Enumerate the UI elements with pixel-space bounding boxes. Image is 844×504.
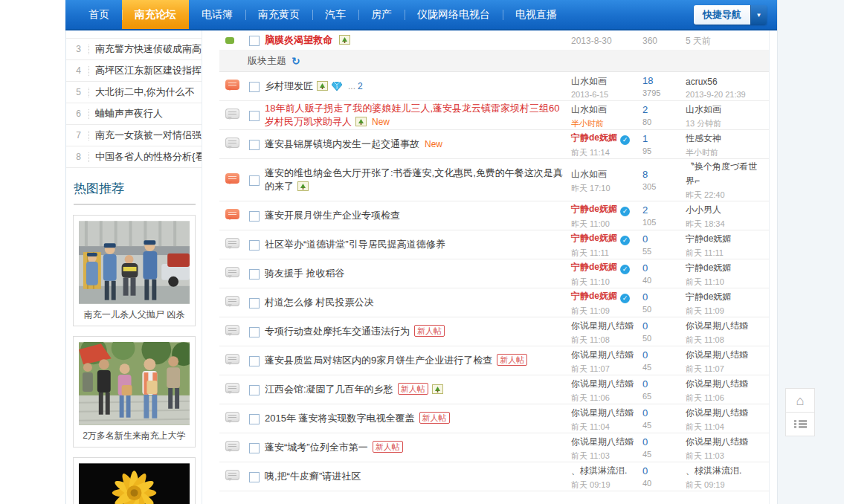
last-post-time[interactable]: 前天 09:19 xyxy=(686,479,764,491)
author-link[interactable]: 你说星期八结婚 xyxy=(571,407,634,418)
thread-checkbox[interactable] xyxy=(249,240,260,251)
thread-title-link[interactable]: 蓬安县锦屏镇境内发生一起交通事故 xyxy=(265,138,419,149)
nav-item[interactable]: 电视直播 xyxy=(503,0,570,29)
author-link[interactable]: 宁静de妩媚 xyxy=(571,233,617,243)
topic-title[interactable]: 高坪区江东新区建设指挥 xyxy=(95,64,202,77)
thread-title-link[interactable]: 咦,把“牛皮癣”请进社区 xyxy=(265,471,361,482)
sidebar-topic-item[interactable]: 3 南充警方快速侦破成南高 xyxy=(66,38,202,59)
last-poster-link[interactable]: 你说星期八结婚 xyxy=(686,407,748,418)
topic-title[interactable]: 南充警方快速侦破成南高 xyxy=(95,42,202,56)
last-poster-link[interactable]: 小小男人 xyxy=(686,204,721,215)
nav-item[interactable]: 首页 xyxy=(76,0,122,29)
thread-checkbox[interactable] xyxy=(249,298,260,308)
thread-title-link[interactable]: 专项行动查处摩托车交通违法行为 xyxy=(265,326,410,337)
refresh-icon[interactable]: ↻ xyxy=(291,55,300,67)
last-poster-link[interactable]: 宁静de妩媚 xyxy=(686,291,731,302)
last-poster-link[interactable]: 你说星期八结婚 xyxy=(686,436,748,447)
sidebar-topic-item[interactable]: 7 南充一女孩被一对情侣强 xyxy=(66,124,202,146)
last-post-time[interactable]: 半小时前 xyxy=(686,147,764,158)
last-poster-link[interactable]: 〝换个角度づ看世界⌐ xyxy=(686,161,757,186)
author-link[interactable]: 你说星期八结婚 xyxy=(571,320,634,331)
thread-title-link[interactable]: 蓬安县质监局对辖区内的9家月饼生产企业进行了检查 xyxy=(265,355,492,366)
last-post-time[interactable]: 前天 11:03 xyxy=(686,450,764,462)
author-link[interactable]: 宁静de妩媚 xyxy=(571,291,617,301)
last-post-time[interactable]: 前天 11:04 xyxy=(686,421,764,433)
author-link[interactable]: 你说星期八结婚 xyxy=(571,378,634,389)
sidebar-topic-item[interactable]: 6 蛐蛐声声夜行人 xyxy=(66,103,202,124)
thread-checkbox[interactable] xyxy=(249,414,260,424)
topic-title[interactable]: 大北街二中,你为什么不 xyxy=(95,85,195,99)
thread-title-link[interactable]: 蓬安的维也纳金色大厅开张了:书香蓬安,文化惠民,免费的午餐这次是真的来了 xyxy=(265,167,563,192)
last-poster-link[interactable]: 你说星期八结婚 xyxy=(686,378,748,389)
last-poster-link[interactable]: 你说星期八结婚 xyxy=(686,349,748,360)
nav-item[interactable]: 仪陇网络电视台 xyxy=(405,0,503,29)
nav-item[interactable]: 汽车 xyxy=(312,0,358,29)
thread-title-link[interactable]: 2015年 蓬安将实现数字电视全覆盖 xyxy=(265,413,415,424)
sidebar-topic-item[interactable]: 8 中国各省人的性格分析{看 xyxy=(66,146,202,168)
last-poster-link[interactable]: acrux56 xyxy=(686,77,718,87)
last-post-time[interactable]: 13 分钟前 xyxy=(686,118,764,129)
chevron-down-icon[interactable]: ▼ xyxy=(750,5,767,25)
hot-image-card-flower[interactable]: ＜雨中菊花＞请各位师友围 xyxy=(73,457,196,504)
nav-item[interactable]: 南充论坛 xyxy=(122,0,189,29)
author-link[interactable]: 宁静de妩媚 xyxy=(571,262,617,272)
hot-image-caption[interactable]: 南充一儿杀人父抛尸 凶杀 xyxy=(79,304,190,326)
last-post-time[interactable]: 前天 11:06 xyxy=(686,392,764,404)
author-link[interactable]: 你说星期八结婚 xyxy=(571,436,634,447)
thread-title-link[interactable]: 村道怎么修 村民投票公决 xyxy=(265,297,374,308)
last-post-time[interactable]: 前天 11:09 xyxy=(686,306,764,317)
thread-checkbox[interactable] xyxy=(249,443,260,453)
last-post-time[interactable]: 前天 11:11 xyxy=(686,248,764,259)
last-post-time[interactable]: 前天 11:07 xyxy=(686,364,764,375)
last-post-time[interactable]: 2013-9-20 21:39 xyxy=(686,90,764,99)
last-post-time[interactable]: 昨天 18:34 xyxy=(686,219,764,230)
last-poster-link[interactable]: 、梂淇淋流泪. xyxy=(686,465,741,476)
topic-title[interactable]: 南充一女孩被一对情侣强 xyxy=(95,129,202,142)
thread-checkbox[interactable] xyxy=(249,211,260,222)
thread-title-link[interactable]: 乡村理发匠 xyxy=(265,80,313,91)
sidebar-topic-item[interactable]: 5 大北街二中,你为什么不 xyxy=(66,81,202,103)
nav-item[interactable]: 南充黄页 xyxy=(245,0,312,29)
thread-title-link[interactable]: 脑膜炎渴望救命 xyxy=(265,34,332,45)
thread-checkbox[interactable] xyxy=(249,269,260,280)
author-link[interactable]: 你说星期八结婚 xyxy=(571,349,634,360)
thread-list-button[interactable] xyxy=(785,412,815,436)
thread-checkbox[interactable] xyxy=(249,472,260,482)
thread-title-link[interactable]: 蓬安开展月饼生产企业专项检查 xyxy=(265,210,400,221)
hot-image-caption[interactable]: 2万多名新生来南充上大学 xyxy=(79,425,190,447)
quick-nav-button[interactable]: 快捷导航 ▼ xyxy=(694,5,767,25)
thread-checkbox[interactable] xyxy=(249,327,260,337)
last-post-time[interactable]: 昨天 22:40 xyxy=(686,190,764,201)
hot-image-card-police[interactable]: 南充一儿杀人父抛尸 凶杀 xyxy=(73,215,196,326)
topic-title[interactable]: 蛐蛐声声夜行人 xyxy=(95,107,163,120)
thread-checkbox[interactable] xyxy=(249,175,260,186)
thread-checkbox[interactable] xyxy=(249,140,260,150)
back-to-top-button[interactable]: ⌂ xyxy=(785,388,815,413)
thread-checkbox[interactable] xyxy=(249,111,260,121)
last-poster-link[interactable]: 宁静de妩媚 xyxy=(686,262,731,273)
author-link[interactable]: 山水如画 xyxy=(571,169,607,179)
author-link[interactable]: 山水如画 xyxy=(571,104,607,114)
last-poster-link[interactable]: 你说星期八结婚 xyxy=(686,320,748,331)
nav-item[interactable]: 房产 xyxy=(358,0,405,29)
author-link[interactable]: 宁静de妩媚 xyxy=(571,132,617,143)
page-indicator[interactable]: ...2 xyxy=(348,81,363,91)
quick-nav-label[interactable]: 快捷导航 xyxy=(694,5,750,25)
last-post-time[interactable]: 5 天前 xyxy=(686,36,711,46)
topic-title[interactable]: 中国各省人的性格分析{看 xyxy=(95,150,202,164)
hot-image-card-students[interactable]: 2万多名新生来南充上大学 xyxy=(73,336,196,448)
author-link[interactable]: 宁静de妩媚 xyxy=(571,204,617,214)
thread-checkbox[interactable] xyxy=(249,385,260,395)
thread-title-link[interactable]: 社区举办“道德讲堂”引导居民提高道德修养 xyxy=(265,239,445,250)
sidebar-topic-item[interactable]: 4 高坪区江东新区建设指挥 xyxy=(66,59,202,81)
last-post-time[interactable]: 前天 11:08 xyxy=(686,335,764,346)
thread-checkbox[interactable] xyxy=(249,82,260,92)
thread-title-link[interactable]: 18年前人贩子拐走了我的婆娘娃儿三人,蓬安县龙云镇雷家坝村三组60岁村民万凯求助… xyxy=(265,103,560,127)
thread-title-link[interactable]: 江西会馆:凝固了几百年的乡愁 xyxy=(265,384,393,395)
last-poster-link[interactable]: 宁静de妩媚 xyxy=(686,233,731,244)
thread-checkbox[interactable] xyxy=(249,36,260,46)
author-link[interactable]: 山水如画 xyxy=(571,76,607,86)
last-post-time[interactable]: 前天 11:10 xyxy=(686,277,764,288)
thread-title-link[interactable]: 蓬安“城考”位列全市第一 xyxy=(265,442,368,453)
last-poster-link[interactable]: 性感女神 xyxy=(686,133,721,143)
